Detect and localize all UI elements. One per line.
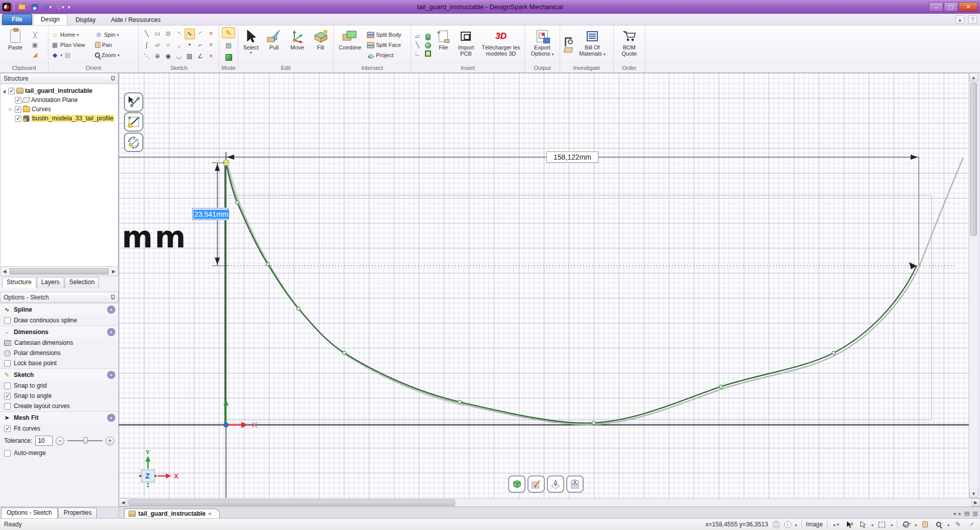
tolerance-slider[interactable] <box>67 440 103 441</box>
arc3pt-tool-icon[interactable]: ◡ <box>174 51 184 62</box>
sweep-arc-tool-icon[interactable]: ◞ <box>174 40 184 51</box>
box-select-icon[interactable] <box>877 520 887 528</box>
split-curve-tool-icon[interactable]: × <box>206 40 216 51</box>
pan-button[interactable]: Pan <box>94 40 137 49</box>
scrollbar-thumb[interactable] <box>129 499 455 506</box>
move-sketch-grid-button[interactable] <box>124 112 143 132</box>
checkbox[interactable] <box>4 425 11 432</box>
close-button[interactable]: ✕ <box>959 2 978 12</box>
fill-button[interactable]: Fill <box>310 27 332 63</box>
tab-aide[interactable]: Aide / Ressources <box>104 15 167 25</box>
cut-button[interactable]: ╳ <box>30 31 40 40</box>
sketch-mode-button[interactable]: ✎ <box>222 27 235 38</box>
expand-icon[interactable]: ▷ <box>8 107 13 112</box>
checkbox[interactable] <box>4 360 11 367</box>
option-lock-base-point[interactable]: Lock base point <box>0 358 118 368</box>
section-mode-mini-button[interactable] <box>547 475 564 493</box>
spline-curve[interactable] <box>226 163 917 423</box>
collapse-section-icon[interactable]: « <box>107 328 115 336</box>
import-pcb-button[interactable]: Import PCB <box>454 27 478 63</box>
tolerance-decrease-button[interactable]: − <box>56 437 64 445</box>
collapse-section-icon[interactable]: « <box>107 371 115 379</box>
stop-icon[interactable]: STOP <box>772 521 780 528</box>
pin-icon[interactable] <box>110 76 115 81</box>
tab-display[interactable]: Display <box>68 15 103 25</box>
pin-icon[interactable] <box>110 295 115 300</box>
horizontal-scrollbar[interactable]: ◀ ▶ <box>119 498 980 507</box>
tree-row-root[interactable]: ◢ tail_guard_instructable <box>2 86 117 95</box>
checkbox[interactable] <box>4 450 11 457</box>
help-icon[interactable]: ? <box>968 15 977 23</box>
edit-spline-points-button[interactable] <box>124 92 143 112</box>
stepper-icon[interactable]: ▲▼ <box>832 520 841 528</box>
sketch-mode-mini-button[interactable] <box>527 475 545 493</box>
section-mode-button[interactable]: ▨ <box>222 39 235 51</box>
split-face-button[interactable]: Split Face <box>366 40 403 49</box>
save-button[interactable] <box>30 2 40 12</box>
tree-row-annotation-plane[interactable]: Annotation Plane <box>2 95 117 105</box>
solid-mode-button[interactable] <box>222 52 235 63</box>
option-auto-merge[interactable]: Auto-merge <box>0 448 118 458</box>
line-tool-icon[interactable]: ╲ <box>142 29 152 39</box>
circle-tool-icon[interactable]: ⊙ <box>163 29 173 39</box>
tree-row-curves[interactable]: ▷ Curves <box>2 105 117 114</box>
visibility-checkbox[interactable] <box>15 97 21 104</box>
tree-row-profile-image[interactable]: bustin_modela_33_tail_profile <box>2 114 117 123</box>
bill-of-materials-button[interactable]: Bill Of Materials ▾ <box>576 27 609 63</box>
insert-file-button[interactable]: + File <box>434 27 453 63</box>
origin-point[interactable] <box>224 423 229 427</box>
spline-control-points[interactable] <box>236 201 836 425</box>
combine-button[interactable]: Combine <box>335 27 365 63</box>
offset-circle-tool-icon[interactable]: ⊕ <box>153 51 163 62</box>
undo-button[interactable]: ↺▾ <box>42 2 53 12</box>
plane-insert-icon[interactable]: ▱ <box>414 33 421 40</box>
tab-file[interactable]: File <box>2 14 32 25</box>
tab-list-icon[interactable]: ▤ <box>964 510 969 517</box>
bend-tool-icon[interactable]: ⌐ <box>195 40 206 51</box>
caret-icon[interactable]: ▴ <box>795 522 797 527</box>
rotate-sketch-grid-button[interactable] <box>124 133 143 152</box>
collapse-section-icon[interactable]: « <box>107 414 115 422</box>
new-window-icon[interactable]: ▥ <box>973 510 978 517</box>
option-snap-to-angle[interactable]: Snap to angle <box>0 391 118 401</box>
sphere-insert-icon[interactable] <box>425 42 431 48</box>
measure-icon[interactable] <box>565 37 572 46</box>
tolerance-input[interactable] <box>35 436 53 446</box>
scrollbar-thumb[interactable] <box>970 83 977 236</box>
project-button[interactable]: Project <box>366 51 403 60</box>
orbit-icon[interactable] <box>901 520 911 528</box>
trim-tool-icon[interactable]: × <box>206 29 216 39</box>
caret-icon[interactable]: ▴ <box>915 522 917 527</box>
slider-thumb[interactable] <box>83 437 88 444</box>
pan-icon[interactable] <box>921 520 930 528</box>
scroll-left-icon[interactable]: ◀ <box>1 269 9 274</box>
home-button[interactable]: ⌂Home▾ <box>50 30 93 39</box>
select-tool-icon[interactable] <box>858 520 867 528</box>
ellipse-tool-icon[interactable]: ◉ <box>163 51 173 62</box>
collapse-icon[interactable]: ◢ <box>2 89 7 93</box>
format-paint-button[interactable]: ◢ <box>30 50 40 59</box>
curve-tool-icon[interactable]: ∫ <box>142 40 152 51</box>
caret-icon[interactable]: ▴ <box>947 522 949 527</box>
document-tab[interactable]: tail_guard_instructable × <box>124 509 220 518</box>
rectangle-tool-icon[interactable]: ▭ <box>153 29 163 39</box>
construction-line-tool-icon[interactable]: ⋱ <box>142 51 152 62</box>
height-dimension-input[interactable]: 23,541mm <box>192 208 228 220</box>
option-snap-to-grid[interactable]: Snap to grid <box>0 381 118 391</box>
export-options-button[interactable]: Export Options ▾ <box>526 27 558 63</box>
maximize-button[interactable]: ▢ <box>944 2 958 12</box>
checkbox[interactable] <box>4 393 11 399</box>
plan-view-mini-button[interactable] <box>566 475 584 493</box>
tab-structure[interactable]: Structure <box>2 277 36 288</box>
annotate-icon[interactable]: ✎ <box>953 520 963 528</box>
paste-button[interactable]: Paste <box>2 27 29 63</box>
delete-tool-icon[interactable]: × <box>206 51 216 62</box>
tab-layers[interactable]: Layers <box>37 277 64 288</box>
width-dimension-value[interactable]: 158,122mm <box>546 152 598 163</box>
download-3d-models-button[interactable]: 3D Télécharger les modèles 3D <box>479 27 523 63</box>
prev-tab-icon[interactable]: ◂ <box>953 511 956 516</box>
caret-icon[interactable]: ▴ <box>891 522 893 527</box>
copy-button[interactable]: ▣ <box>30 40 40 49</box>
arc-tool-icon[interactable]: ◝ <box>174 29 184 39</box>
tab-design[interactable]: Design <box>33 14 67 25</box>
